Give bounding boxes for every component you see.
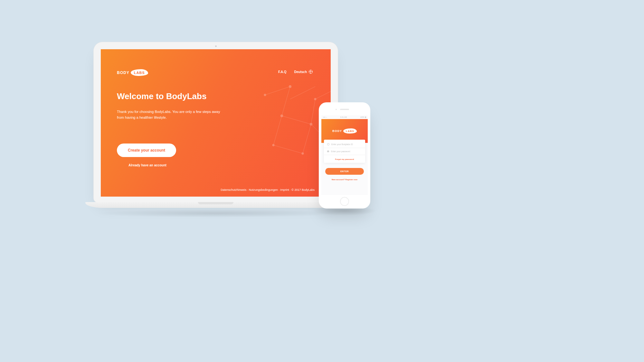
laptop-lid: BODY LABS F.A.Q Deutsch Welcome to BodyL… — [93, 42, 338, 203]
language-label: Deutsch — [294, 70, 307, 74]
bodylabs-id-placeholder: Enter your Bodylabs ID — [331, 143, 353, 145]
svg-line-1 — [290, 87, 315, 99]
svg-point-10 — [264, 94, 266, 96]
hero-section: Welcome to BodyLabs Thank you for choosi… — [117, 91, 223, 120]
svg-line-0 — [265, 87, 290, 95]
footer-links[interactable]: Datenschutzhinweis · Nutzungsbedingungen… — [221, 188, 315, 191]
laptop-base — [85, 202, 346, 208]
status-battery: 100% ▮ — [360, 116, 366, 118]
logo-text-body: BODY — [117, 70, 129, 75]
cta-group: Create your account Already have an acco… — [117, 144, 315, 167]
logo-text-labs: LABS — [131, 69, 148, 76]
already-have-account-link[interactable]: Already have an account — [128, 163, 166, 167]
language-switcher[interactable]: Deutsch — [294, 70, 313, 74]
svg-line-4 — [282, 116, 311, 124]
forgot-password-link[interactable]: Forgot my password — [324, 155, 365, 162]
svg-line-3 — [282, 87, 290, 116]
enter-button[interactable]: ENTER — [325, 168, 364, 175]
svg-point-15 — [310, 123, 312, 125]
laptop-camera-icon — [215, 45, 217, 47]
svg-line-7 — [273, 116, 282, 145]
phone-speaker-icon — [340, 109, 349, 110]
phone-home-button[interactable] — [340, 197, 349, 206]
faq-link[interactable]: F.A.Q — [278, 70, 287, 74]
logo-text-labs: LABS — [343, 128, 357, 134]
phone-brand-logo: BODY LABS — [332, 128, 357, 134]
bodylabs-id-field[interactable]: Enter your Bodylabs ID — [324, 141, 365, 148]
laptop-shadow — [93, 209, 338, 218]
page-title: Welcome to BodyLabs — [117, 91, 223, 101]
phone-screen: •••• ~ 9:41 AM 100% ▮ BODY LABS Enter yo… — [321, 115, 368, 195]
laptop-screen: BODY LABS F.A.Q Deutsch Welcome to BodyL… — [101, 49, 331, 197]
svg-point-11 — [289, 85, 291, 88]
password-placeholder: Enter your password — [331, 150, 350, 153]
phone-hero: BODY LABS — [321, 119, 368, 143]
password-field[interactable]: Enter your password — [324, 148, 365, 155]
svg-point-14 — [280, 115, 283, 117]
phone-device-mockup: •••• ~ 9:41 AM 100% ▮ BODY LABS Enter yo… — [319, 102, 370, 209]
lock-icon — [327, 151, 329, 152]
login-card: Enter your Bodylabs ID Enter your passwo… — [324, 140, 365, 163]
register-prompt-text: New account? — [332, 179, 345, 181]
svg-point-12 — [314, 98, 317, 100]
globe-icon — [309, 70, 313, 74]
status-carrier: •••• ~ — [323, 116, 327, 118]
create-account-button[interactable]: Create your account — [117, 144, 176, 157]
svg-line-5 — [311, 99, 315, 124]
laptop-notch — [198, 202, 233, 204]
page-subtitle: Thank you for choosing BodyLabs. You are… — [117, 109, 223, 120]
status-time: 9:41 AM — [340, 116, 347, 118]
register-prompt: New account? Register now — [321, 179, 368, 181]
logo-text-body: BODY — [332, 129, 342, 133]
user-icon — [327, 143, 329, 145]
svg-line-2 — [315, 91, 331, 99]
phone-status-bar: •••• ~ 9:41 AM 100% ▮ — [321, 115, 368, 119]
laptop-device-mockup: BODY LABS F.A.Q Deutsch Welcome to BodyL… — [93, 42, 338, 218]
top-nav: F.A.Q Deutsch — [278, 70, 313, 74]
phone-camera-icon — [336, 109, 337, 110]
register-now-link[interactable]: Register now — [345, 179, 357, 181]
